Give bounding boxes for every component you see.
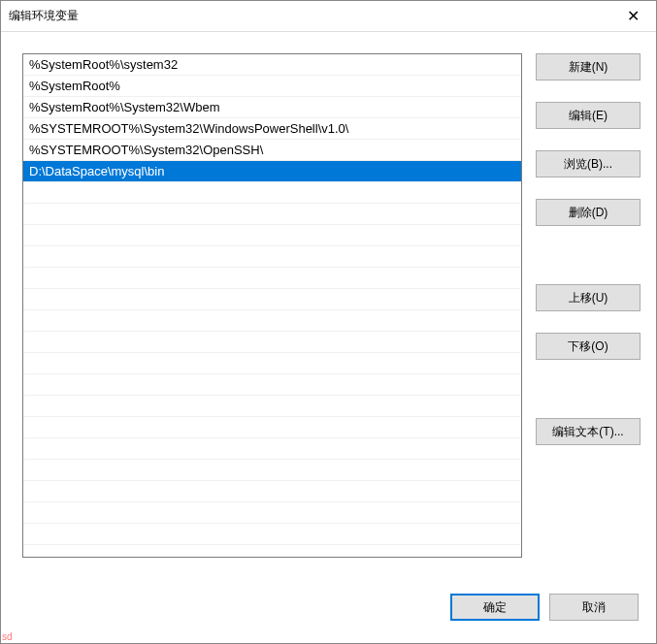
dialog-footer: 确定 取消 [1, 589, 656, 643]
list-item-selected[interactable]: D:\DataSpace\mysql\bin [23, 161, 521, 182]
close-icon: ✕ [627, 7, 640, 25]
list-item-empty[interactable] [23, 310, 521, 332]
delete-button[interactable]: 删除(D) [536, 199, 641, 226]
btn-label: 取消 [582, 599, 606, 616]
list-item-empty[interactable] [23, 502, 521, 524]
movedown-button[interactable]: 下移(O) [536, 333, 641, 360]
path-listbox[interactable]: %SystemRoot%\system32 %SystemRoot% %Syst… [22, 53, 522, 558]
list-item[interactable]: %SystemRoot%\system32 [23, 54, 521, 76]
close-button[interactable]: ✕ [617, 1, 648, 32]
list-item[interactable]: %SystemRoot%\System32\Wbem [23, 97, 521, 118]
titlebar: 编辑环境变量 ✕ [1, 1, 656, 32]
list-item-empty[interactable] [23, 182, 521, 204]
btn-label: 删除(D) [569, 205, 608, 221]
cancel-button[interactable]: 取消 [549, 594, 639, 621]
list-item-empty[interactable] [23, 374, 521, 396]
watermark: sd [2, 631, 13, 642]
list-item-empty[interactable] [23, 460, 521, 481]
list-item[interactable]: %SYSTEMROOT%\System32\OpenSSH\ [23, 140, 521, 161]
list-item-empty[interactable] [23, 268, 521, 289]
list-item-empty[interactable] [23, 396, 521, 417]
edit-button[interactable]: 编辑(E) [536, 102, 641, 129]
button-column: 新建(N) 编辑(E) 浏览(B)... 删除(D) 上移(U) 下移(O) 编… [536, 53, 641, 573]
dialog-content: %SystemRoot%\system32 %SystemRoot% %Syst… [1, 32, 656, 589]
browse-button[interactable]: 浏览(B)... [536, 150, 641, 177]
list-item-empty[interactable] [23, 353, 521, 374]
list-item-empty[interactable] [23, 204, 521, 225]
list-item-empty[interactable] [23, 524, 521, 545]
list-item-empty[interactable] [23, 225, 521, 246]
list-item-empty[interactable] [23, 332, 521, 353]
list-item[interactable]: %SYSTEMROOT%\System32\WindowsPowerShell\… [23, 118, 521, 140]
moveup-button[interactable]: 上移(U) [536, 284, 641, 311]
dialog-window: 编辑环境变量 ✕ %SystemRoot%\system32 %SystemRo… [0, 0, 657, 644]
ok-button[interactable]: 确定 [450, 594, 540, 621]
list-item-empty[interactable] [23, 246, 521, 268]
list-item-empty[interactable] [23, 417, 521, 438]
list-item-empty[interactable] [23, 481, 521, 502]
edittext-button[interactable]: 编辑文本(T)... [536, 418, 641, 445]
list-item-empty[interactable] [23, 438, 521, 460]
dialog-title: 编辑环境变量 [9, 8, 79, 24]
btn-label: 编辑文本(T)... [552, 424, 623, 440]
btn-label: 下移(O) [568, 338, 608, 355]
btn-label: 编辑(E) [569, 108, 608, 124]
btn-label: 确定 [483, 599, 507, 616]
list-item[interactable]: %SystemRoot% [23, 76, 521, 97]
new-button[interactable]: 新建(N) [536, 53, 641, 80]
list-item-empty[interactable] [23, 289, 521, 310]
btn-label: 新建(N) [569, 59, 608, 76]
btn-label: 浏览(B)... [564, 156, 612, 173]
btn-label: 上移(U) [569, 290, 608, 306]
